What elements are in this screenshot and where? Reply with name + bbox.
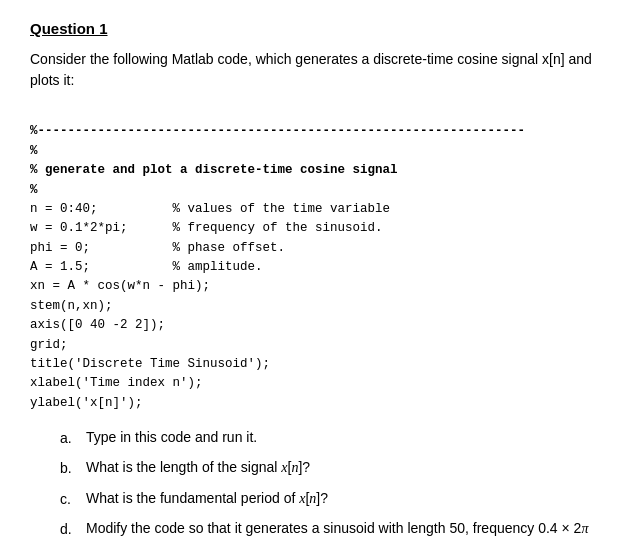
- q-label-b: b.: [60, 457, 80, 479]
- q-text-a: Type in this code and run it.: [86, 427, 610, 449]
- code-block: %---------------------------------------…: [30, 103, 610, 413]
- question-c: c. What is the fundamental period of x[n…: [60, 488, 610, 510]
- q-text-d: Modify the code so that it generates a s…: [86, 518, 610, 538]
- question-title: Question 1: [30, 20, 610, 37]
- questions-list: a. Type in this code and run it. b. What…: [30, 427, 610, 538]
- q-text-b: What is the length of the signal x[n]?: [86, 457, 610, 479]
- q-label-a: a.: [60, 427, 80, 449]
- question-d: d. Modify the code so that it generates …: [60, 518, 610, 538]
- code-line-n: n = 0:40; % values of the time variable …: [30, 202, 390, 410]
- code-separator: %---------------------------------------…: [30, 124, 525, 196]
- q-label-d: d.: [60, 518, 80, 538]
- question-b: b. What is the length of the signal x[n]…: [60, 457, 610, 479]
- question-a: a. Type in this code and run it.: [60, 427, 610, 449]
- intro-text: Consider the following Matlab code, whic…: [30, 49, 610, 91]
- q-label-c: c.: [60, 488, 80, 510]
- q-text-c: What is the fundamental period of x[n]?: [86, 488, 610, 510]
